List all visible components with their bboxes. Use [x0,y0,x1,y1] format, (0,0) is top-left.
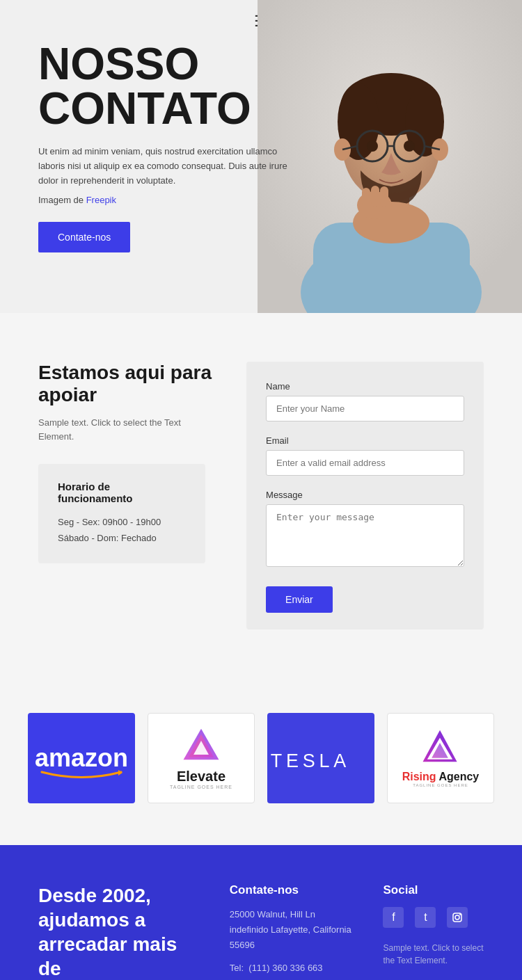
logo-rising: Rising Agency TAGLINE GOES HERE [387,713,494,803]
freepik-link[interactable]: Freepik [86,195,116,205]
svg-point-32 [459,914,461,915]
svg-text:amazon: amazon [35,744,128,772]
hero-section: ☰ NOSSO CONTATO Ut enim ad minim veniam,… [0,0,522,313]
message-label: Message [266,490,464,500]
contact-left: Estamos aqui para apoiar Sample text. Cl… [38,362,219,629]
hero-image-credit: Imagem de Freepik [38,195,289,205]
hero-title: NOSSO CONTATO [38,42,289,131]
elevate-logo-container: Elevate TAGLINE GOES HERE [170,727,232,789]
person-svg [258,0,522,313]
svg-point-16 [404,140,415,152]
svg-point-15 [367,140,378,152]
name-group: Name [266,381,464,431]
elevate-tagline: TAGLINE GOES HERE [170,785,232,789]
contact-section: Estamos aqui para apoiar Sample text. Cl… [0,313,522,678]
hours-title: Horario de funcionamento [58,481,186,504]
logo-tesla: TESLA [267,713,374,803]
hours-weekend: Sábado - Dom: Fechado [58,530,186,546]
footer-social-sample: Sample text. Click to select the Text El… [383,942,484,967]
hero-person-image [258,0,522,313]
message-group: Message [266,490,464,579]
twitter-icon[interactable]: t [415,907,436,928]
hero-cta-button[interactable]: Contate-nos [38,222,130,252]
email-label: Email [266,435,464,446]
svg-rect-20 [371,186,379,207]
email-input[interactable] [266,450,464,476]
rising-name: Rising Agency [402,771,480,783]
rising-tagline: TAGLINE GOES HERE [402,783,480,787]
contact-subtitle: Sample text. Click to select the Text El… [38,416,219,443]
logo-elevate: Elevate TAGLINE GOES HERE [148,713,255,803]
footer-phone: Tel: (111) 360 336 663 [230,963,356,973]
hero-description: Ut enim ad minim veniam, quis nostrud ex… [38,145,289,188]
contact-form: Name Email Message Enviar [246,362,484,629]
send-button[interactable]: Enviar [266,586,333,613]
name-input[interactable] [266,396,464,421]
svg-point-31 [455,915,459,919]
footer-section: Desde 2002, ajudamos a arrecadar mais de… [0,845,522,980]
social-icons: f t [383,907,484,928]
name-label: Name [266,381,464,392]
footer-tagline: Desde 2002, ajudamos a arrecadar mais de [38,883,202,980]
logos-grid: amazon [28,713,494,803]
svg-rect-19 [362,188,370,207]
logo-amazon: amazon [28,713,135,803]
elevate-name: Elevate [170,769,232,785]
facebook-icon[interactable]: f [383,907,404,928]
contact-title: Estamos aqui para apoiar [38,362,219,406]
footer-address: 25000 Walnut, Hill Ln indefinido Lafayet… [230,907,356,953]
rising-logo-container: Rising Agency TAGLINE GOES HERE [402,729,480,787]
hours-weekday: Seg - Sex: 09h00 - 19h00 [58,514,186,530]
logos-section: amazon [0,678,522,845]
svg-text:TESLA: TESLA [271,750,350,771]
footer-contact-title: Contate-nos [230,883,356,897]
hero-content: NOSSO CONTATO Ut enim ad minim veniam, q… [38,42,289,252]
email-group: Email [266,435,464,485]
footer-right: Social f t Sample text. Click to select … [383,883,484,967]
svg-rect-21 [380,186,388,207]
footer-middle: Contate-nos 25000 Walnut, Hill Ln indefi… [230,883,356,973]
footer-social-title: Social [383,883,484,897]
footer-left: Desde 2002, ajudamos a arrecadar mais de… [38,883,202,980]
hours-box: Horario de funcionamento Seg - Sex: 09h0… [38,464,205,563]
instagram-icon[interactable] [447,907,468,928]
message-input[interactable] [266,504,464,567]
